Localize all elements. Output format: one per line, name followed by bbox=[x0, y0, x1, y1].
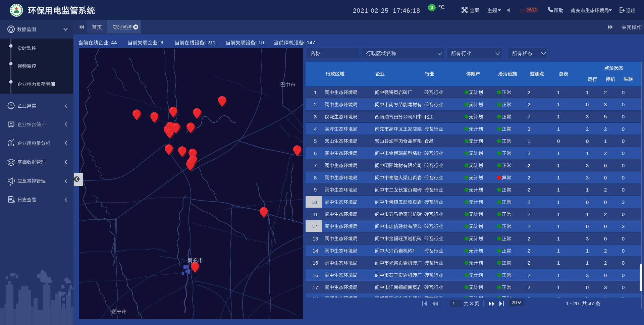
svg-text:1: 1 bbox=[586, 248, 589, 254]
svg-text:: 10: : 10 bbox=[256, 40, 264, 45]
svg-text:5: 5 bbox=[604, 114, 607, 119]
svg-text:0: 0 bbox=[622, 272, 625, 278]
svg-text:0: 0 bbox=[622, 187, 625, 193]
svg-text:1: 1 bbox=[557, 163, 560, 168]
svg-text:1: 1 bbox=[557, 126, 560, 132]
svg-text:2: 2 bbox=[604, 150, 607, 156]
svg-text:0: 0 bbox=[604, 163, 607, 168]
svg-text:2: 2 bbox=[314, 102, 317, 107]
svg-text:2: 2 bbox=[604, 126, 607, 132]
svg-text:0: 0 bbox=[622, 150, 625, 156]
svg-text:2: 2 bbox=[604, 90, 607, 95]
svg-text:: 147: : 147 bbox=[304, 40, 315, 45]
svg-text:1: 1 bbox=[586, 90, 589, 95]
svg-text:47: 47 bbox=[587, 301, 595, 306]
svg-text:1 - 20: 1 - 20 bbox=[566, 301, 579, 306]
svg-text:0: 0 bbox=[622, 114, 625, 119]
svg-text:0: 0 bbox=[622, 175, 625, 180]
svg-text:0: 0 bbox=[622, 138, 625, 144]
svg-text:0: 0 bbox=[622, 284, 625, 290]
svg-text:2: 2 bbox=[586, 126, 589, 132]
svg-text:2: 2 bbox=[604, 187, 607, 193]
svg-text:0: 0 bbox=[622, 236, 625, 241]
svg-text:0: 0 bbox=[604, 199, 607, 205]
svg-text:1: 1 bbox=[557, 260, 560, 266]
svg-text:0: 0 bbox=[586, 138, 589, 144]
svg-text:1: 1 bbox=[557, 248, 560, 254]
svg-text:10: 10 bbox=[312, 199, 317, 205]
svg-text:1: 1 bbox=[557, 175, 560, 180]
svg-text:1: 1 bbox=[452, 301, 455, 306]
svg-text:0: 0 bbox=[622, 163, 625, 168]
svg-text:12: 12 bbox=[312, 223, 317, 229]
svg-text:9: 9 bbox=[314, 187, 317, 193]
svg-text:1: 1 bbox=[557, 187, 560, 193]
svg-text:0: 0 bbox=[604, 272, 607, 278]
svg-text:°C: °C bbox=[439, 4, 445, 10]
svg-text:1: 1 bbox=[557, 90, 560, 95]
svg-text:1: 1 bbox=[557, 284, 560, 290]
svg-text:3: 3 bbox=[528, 126, 530, 132]
svg-text:0: 0 bbox=[622, 248, 625, 254]
svg-text:3: 3 bbox=[586, 175, 589, 180]
svg-text:3: 3 bbox=[586, 114, 589, 119]
svg-text:15: 15 bbox=[313, 260, 318, 266]
svg-text:16: 16 bbox=[313, 272, 318, 278]
svg-text:1: 1 bbox=[586, 211, 589, 217]
svg-text:4: 4 bbox=[314, 126, 317, 132]
svg-text:1: 1 bbox=[557, 223, 560, 229]
svg-text:17: 17 bbox=[313, 284, 318, 290]
svg-text:2: 2 bbox=[528, 284, 530, 290]
svg-text:: 3: : 3 bbox=[158, 40, 163, 45]
svg-text:2: 2 bbox=[528, 90, 530, 95]
svg-text:8: 8 bbox=[314, 175, 317, 180]
svg-text:0: 0 bbox=[622, 90, 625, 95]
svg-text:1: 1 bbox=[557, 150, 560, 156]
svg-text:: 211: : 211 bbox=[205, 40, 215, 45]
svg-text:3: 3 bbox=[604, 102, 607, 107]
svg-text:20: 20 bbox=[512, 300, 517, 305]
svg-text:0: 0 bbox=[604, 236, 607, 241]
svg-text:2: 2 bbox=[528, 260, 530, 266]
svg-text:2: 2 bbox=[528, 236, 530, 241]
svg-text:1: 1 bbox=[586, 260, 589, 266]
svg-text:2: 2 bbox=[528, 211, 530, 217]
svg-text:0: 0 bbox=[604, 223, 607, 229]
svg-text:2: 2 bbox=[528, 102, 530, 107]
svg-text:1: 1 bbox=[557, 236, 560, 241]
svg-text:5: 5 bbox=[314, 138, 317, 144]
svg-text:2: 2 bbox=[528, 199, 530, 205]
svg-text:3: 3 bbox=[586, 163, 589, 168]
svg-text:0: 0 bbox=[586, 102, 589, 107]
svg-text:2632: 2632 bbox=[527, 7, 537, 12]
svg-text:3: 3 bbox=[586, 236, 589, 241]
svg-text:2: 2 bbox=[528, 272, 530, 278]
svg-text:1: 1 bbox=[528, 138, 530, 144]
svg-text:1: 1 bbox=[557, 114, 560, 119]
svg-text:0: 0 bbox=[586, 199, 589, 205]
svg-text:0: 0 bbox=[622, 260, 625, 266]
svg-text:7: 7 bbox=[528, 114, 530, 119]
svg-text:3: 3 bbox=[586, 272, 589, 278]
svg-text:1: 1 bbox=[557, 272, 560, 278]
svg-text:1: 1 bbox=[557, 102, 560, 107]
svg-text:6: 6 bbox=[314, 150, 317, 156]
svg-text:2021-02-25 17:46:18: 2021-02-25 17:46:18 bbox=[353, 7, 420, 14]
svg-text:2: 2 bbox=[604, 260, 607, 266]
svg-text:2: 2 bbox=[604, 248, 607, 254]
svg-text:1: 1 bbox=[586, 150, 589, 156]
svg-text:1: 1 bbox=[557, 211, 560, 217]
svg-text:2: 2 bbox=[528, 248, 530, 254]
svg-text:0: 0 bbox=[622, 211, 625, 217]
svg-text:2: 2 bbox=[528, 175, 530, 180]
svg-text:3: 3 bbox=[604, 284, 607, 290]
svg-text:3: 3 bbox=[469, 301, 474, 306]
svg-text:2: 2 bbox=[528, 223, 530, 229]
svg-text:2: 2 bbox=[528, 187, 530, 193]
svg-text:3: 3 bbox=[622, 199, 625, 205]
svg-text:0: 0 bbox=[622, 126, 625, 132]
svg-text:0: 0 bbox=[622, 102, 625, 107]
svg-text:0: 0 bbox=[604, 175, 607, 180]
svg-text:1: 1 bbox=[557, 199, 560, 205]
svg-text:0: 0 bbox=[586, 223, 589, 229]
